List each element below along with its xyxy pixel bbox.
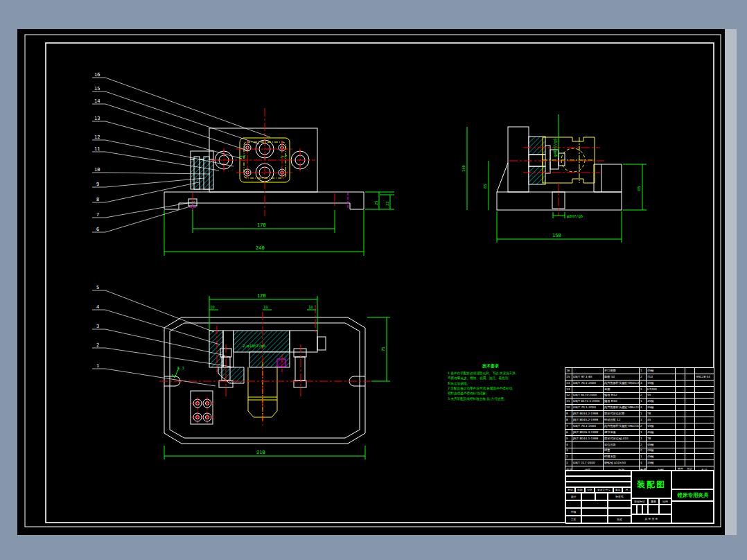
balloon-12: 12	[94, 134, 100, 140]
stage-box-3	[642, 505, 648, 514]
scale-label: 比例	[659, 498, 671, 505]
balloon-4: 4	[96, 304, 99, 310]
part-row: 12GB/T 6170-2000螺母 M12245	[565, 392, 714, 399]
part-row: 8JB/T 8045.2-1999移动压板 12145	[565, 417, 714, 423]
sig-check-name	[581, 508, 608, 516]
balloon-14: 14	[94, 98, 100, 104]
stage-box-2	[637, 505, 642, 514]
front-view: 170 240 25 22 16 15 14	[92, 72, 394, 256]
dim-front-height-a: 25	[374, 200, 378, 205]
front-leader-lines	[92, 78, 270, 232]
part-row: 9JB/T 8044.2-1999固定式定位衬套1T8	[565, 411, 714, 417]
scale-value	[659, 505, 671, 514]
sig-design-name	[581, 493, 595, 500]
part-row: 16开口垫圈145钢	[565, 368, 714, 374]
part-row: 11GB/T 6172.1-2000螺母 M10145钢	[565, 399, 714, 405]
front-balloon-numbers: 16 15 14 13 12 11 10 9 8 7 6	[94, 72, 100, 232]
balloon-3: 3	[96, 324, 99, 329]
balloon-13: 13	[94, 116, 100, 121]
part-row: 4定位压块245钢	[565, 441, 714, 448]
side-view: 140 65 85 150 φ40H7/g6 φ8H7/g6	[462, 114, 647, 243]
dim-plan-offset-mid: 10	[263, 305, 268, 309]
notes-line: 和灰尘等缺陷。	[448, 381, 534, 386]
dim-side-right-height: 85	[637, 186, 641, 191]
dim-side-base-width: 150	[552, 233, 561, 238]
dim-side-overall-height: 140	[462, 165, 466, 172]
company-cell	[671, 471, 714, 489]
balloon-11: 11	[94, 146, 100, 152]
part-row: 3镗套220钢	[565, 448, 714, 454]
plan-view: 120 10 10 10 75 210 2-φ10H7/g6 6.3 5 4 3…	[92, 285, 390, 460]
rev-row-2	[565, 476, 631, 482]
parts-rows: 16开口垫圈145钢15GB/T 97.1-85垫圈 102T10HRC28-3…	[565, 368, 714, 466]
technical-notes: 技术要求 1.各件在装配前必须清除毛刺、飞边,并清洗干净, 不得有氧化皮、锈蚀、…	[448, 363, 534, 401]
parts-list: 16开口垫圈145钢15GB/T 97.1-85垫圈 102T10HRC28-3…	[565, 367, 714, 475]
sig-process-name	[581, 516, 608, 524]
rev-doc: 更改文件号	[595, 487, 613, 493]
part-row: 7GB/T 70.1-2000内六角圆柱头螺钉 M6×16235钢	[565, 423, 714, 430]
balloon-16: 16	[94, 72, 100, 78]
balloon-8: 8	[96, 197, 99, 202]
plan-holes-label: 2-φ10H7/g6	[243, 344, 265, 349]
dim-front-height-b: 22	[385, 201, 389, 206]
dim-front-inner-width: 170	[257, 222, 266, 228]
part-row: 10GB/T 70.1-2000内六角圆柱头螺钉 M8×25435钢	[565, 405, 714, 411]
rev-row-3	[565, 482, 631, 487]
rev-date: 年、月、日	[622, 487, 631, 493]
sig-design-date	[595, 493, 608, 500]
part-row: 5JB/T 8044.1-1999固定式定位销 A101T8	[565, 435, 714, 441]
plan-surface-finish: 6.3	[177, 366, 184, 370]
rev-mark: 标记	[565, 487, 575, 493]
part-row: 1GB/T 117-2000圆锥销 A10×50435钢	[565, 460, 714, 466]
part-row: 15GB/T 97.1-85垫圈 102T10HRC28-34	[565, 374, 714, 380]
notes-line: 3.夹具装配后须经检验合格 后,方可使用。	[448, 396, 534, 401]
drawing-number-cell	[671, 501, 714, 524]
rev-row-1	[565, 471, 631, 476]
balloon-2: 2	[96, 342, 99, 348]
dim-plan-bottom-width: 210	[256, 450, 265, 455]
dim-plan-offset-right: 10	[308, 305, 313, 309]
sig-standard: 标准化	[608, 493, 631, 500]
sig-check-date	[608, 508, 631, 516]
sig-check: 审核	[565, 508, 581, 516]
sig-blank	[565, 500, 581, 508]
dim-plan-right-height: 75	[381, 347, 385, 351]
sig-design: 设计	[565, 493, 581, 500]
notes-line: 销钉连接处不得有松动现象。	[448, 391, 534, 396]
balloon-1: 1	[96, 363, 99, 369]
part-row: 13支架1HT200	[565, 386, 714, 392]
dim-side-inner-height: 65	[483, 184, 487, 189]
part-row: 2镗模支架145钢	[565, 454, 714, 460]
rev-zone: 分区	[585, 487, 595, 493]
dim-plan-offset-left: 10	[210, 305, 215, 309]
notes-title: 技术要求	[448, 363, 534, 369]
sig-blank2	[581, 500, 608, 508]
sig-blank3	[608, 500, 631, 508]
dim-plan-top-width: 120	[257, 293, 266, 299]
dim-side-bottom-fit: φ8H7/g6	[567, 214, 583, 219]
balloon-15: 15	[94, 86, 100, 91]
balloon-10: 10	[94, 167, 100, 173]
part-row: 6JB/T 8026.4-1999调节支承145钢	[565, 429, 714, 435]
notes-line: 不得有氧化皮、锈蚀、切屑、油污、着色剂	[448, 376, 534, 380]
rev-count: 处数	[575, 487, 585, 493]
notes-lines: 1.各件在装配前必须清除毛刺、飞边,并清洗干净, 不得有氧化皮、锈蚀、切屑、油污…	[448, 371, 534, 401]
stage-mark-label: 阶段标记	[631, 498, 648, 505]
balloon-7: 7	[96, 212, 99, 218]
part-row: 14GB/T 70.1-2000内六角圆柱头螺钉 M10×35435钢	[565, 380, 714, 386]
balloon-5: 5	[96, 285, 99, 290]
notes-line: 1.各件在装配前必须清除毛刺、飞边,并清洗干净,	[448, 371, 534, 376]
plan-balloon-numbers: 5 4 3 2 1	[96, 285, 99, 369]
notes-line: 2.装配后各运动零件应灵活,各紧固件不得松动,	[448, 386, 534, 391]
cad-viewer-window: 170 240 25 22 16 15 14	[0, 0, 747, 560]
dim-side-top-fit: φ40H7/g6	[553, 139, 558, 157]
product-name: 镗床专用夹具	[671, 489, 714, 501]
title-block: 标记 处数 分区 更改文件号 签名 年、月、日 设计 标准化 审核 工艺 批准 …	[565, 470, 714, 523]
sig-approve: 批准	[608, 516, 631, 524]
balloon-6: 6	[96, 227, 99, 232]
drawing-title: 装配图	[631, 471, 671, 498]
balloon-9: 9	[96, 182, 99, 187]
rev-sign: 签名	[613, 487, 622, 493]
weight-value	[648, 505, 659, 514]
sheet-count: 共 张 第 张	[631, 514, 671, 524]
